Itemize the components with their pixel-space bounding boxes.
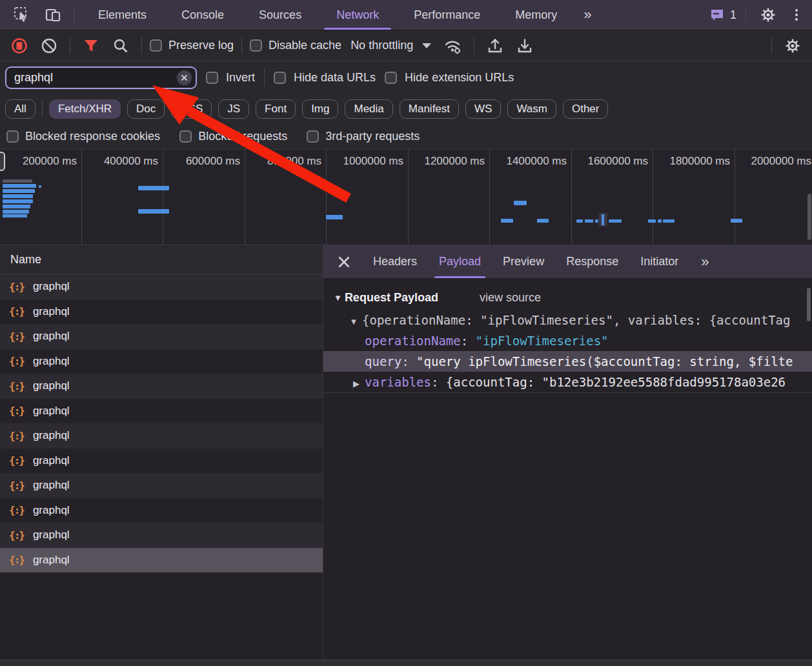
hide-extension-urls-checkbox[interactable] bbox=[385, 72, 397, 84]
type-filter-font[interactable]: Font bbox=[256, 99, 296, 119]
import-har-button[interactable] bbox=[482, 35, 508, 57]
type-filter-fetch-xhr[interactable]: Fetch/XHR bbox=[49, 99, 121, 119]
overview-left-grip[interactable] bbox=[0, 152, 5, 171]
type-filter-manifest[interactable]: Manifest bbox=[400, 99, 459, 119]
request-row[interactable]: {:}graphql bbox=[0, 324, 323, 349]
name-column-label: Name bbox=[10, 253, 41, 267]
timeline-tick-label: 1600000 ms bbox=[572, 155, 648, 168]
type-filter-other[interactable]: Other bbox=[563, 99, 609, 119]
request-row[interactable]: {:}graphql bbox=[0, 299, 323, 325]
timeline-tick-label: 1800000 ms bbox=[654, 155, 730, 168]
clear-filter-button[interactable] bbox=[177, 70, 192, 85]
messages-bubble-icon bbox=[709, 7, 725, 23]
filter-input[interactable] bbox=[6, 71, 196, 85]
timeline-request-bar bbox=[3, 210, 29, 214]
blocked-requests-checkbox[interactable] bbox=[179, 130, 192, 143]
tab-sources[interactable]: Sources bbox=[241, 0, 319, 30]
request-row[interactable]: {:}graphql bbox=[0, 274, 323, 299]
settings-button[interactable] bbox=[755, 4, 781, 26]
payload-property-row[interactable]: ▶variables: {accountTag: "b12e3b2192ee55… bbox=[323, 372, 812, 392]
request-row[interactable]: {:}graphql bbox=[0, 349, 323, 374]
upload-icon bbox=[487, 37, 503, 54]
request-row[interactable]: {:}graphql bbox=[0, 473, 323, 498]
detail-tab-initiator[interactable]: Initiator bbox=[629, 245, 689, 278]
hide-data-urls-checkbox[interactable] bbox=[274, 72, 286, 84]
timeline-tick-label: 1400000 ms bbox=[491, 155, 567, 168]
timeline-gridline bbox=[489, 150, 490, 245]
clear-network-log-button[interactable] bbox=[36, 35, 62, 57]
network-settings-button[interactable] bbox=[780, 35, 806, 57]
request-row[interactable]: {:}graphql bbox=[0, 399, 323, 424]
blocked-response-cookies-checkbox[interactable] bbox=[6, 130, 19, 143]
request-row[interactable]: {:}graphql bbox=[0, 523, 323, 548]
inspect-element-button[interactable] bbox=[9, 4, 35, 26]
devtools-left-icons bbox=[0, 0, 81, 30]
type-filter-all[interactable]: All bbox=[5, 99, 36, 119]
export-har-button[interactable] bbox=[512, 35, 538, 57]
devtools-main-tabbar: ElementsConsoleSourcesNetworkPerformance… bbox=[0, 0, 812, 30]
timeline-request-bar bbox=[595, 219, 598, 223]
request-row[interactable]: {:}graphql bbox=[0, 548, 323, 573]
network-conditions-button[interactable] bbox=[440, 35, 466, 57]
timeline-tick-label: 1200000 ms bbox=[409, 155, 485, 168]
payload-key: variables bbox=[365, 375, 431, 389]
overview-scrollbar[interactable] bbox=[807, 194, 811, 240]
detail-tab-preview[interactable]: Preview bbox=[492, 245, 555, 278]
payload-property-row[interactable]: operationName: "ipFlowTimeseries" bbox=[323, 330, 812, 351]
network-filter-row: Invert Hide data URLs Hide extension URL… bbox=[0, 61, 812, 94]
detail-tab-payload[interactable]: Payload bbox=[428, 245, 492, 278]
triangle-down-icon[interactable]: ▼ bbox=[345, 312, 362, 330]
invert-checkbox[interactable] bbox=[206, 72, 218, 84]
fetch-xhr-icon: {:} bbox=[9, 504, 24, 516]
toggle-device-toolbar-button[interactable] bbox=[40, 4, 66, 26]
timeline-request-bar bbox=[39, 185, 41, 188]
close-detail-button[interactable] bbox=[330, 245, 358, 278]
tab-memory[interactable]: Memory bbox=[498, 0, 574, 30]
divider bbox=[74, 6, 74, 23]
type-filter-img[interactable]: Img bbox=[302, 99, 338, 119]
name-column-header[interactable]: Name bbox=[0, 245, 323, 274]
type-filter-wasm[interactable]: Wasm bbox=[507, 99, 556, 119]
timeline-request-bar bbox=[576, 219, 583, 223]
more-options-button[interactable] bbox=[790, 9, 803, 21]
record-network-log-button[interactable] bbox=[6, 35, 32, 57]
throttling-select[interactable]: No throttling bbox=[345, 39, 436, 52]
tab-console[interactable]: Console bbox=[164, 0, 241, 30]
type-filter-js[interactable]: JS bbox=[218, 99, 249, 119]
timeline-request-bar bbox=[138, 209, 169, 214]
type-filter-ws[interactable]: WS bbox=[465, 99, 501, 119]
disable-cache-checkbox[interactable] bbox=[250, 39, 262, 52]
request-row[interactable]: {:}graphql bbox=[0, 423, 323, 449]
more-panels-button[interactable]: » bbox=[574, 0, 599, 30]
timeline-tick-label: 1000000 ms bbox=[327, 155, 403, 168]
detail-tab-headers[interactable]: Headers bbox=[362, 245, 428, 278]
type-filter-doc[interactable]: Doc bbox=[127, 99, 165, 119]
view-source-link[interactable]: view source bbox=[480, 291, 541, 305]
network-overview-timeline[interactable]: 200000 ms400000 ms600000 ms800000 ms1000… bbox=[0, 150, 812, 245]
more-detail-tabs-button[interactable]: » bbox=[693, 245, 715, 278]
request-row[interactable]: {:}graphql bbox=[0, 374, 323, 399]
fetch-xhr-icon: {:} bbox=[9, 430, 24, 442]
divider bbox=[771, 37, 772, 54]
search-button[interactable] bbox=[108, 35, 134, 57]
fetch-xhr-icon: {:} bbox=[9, 355, 24, 367]
tab-performance[interactable]: Performance bbox=[396, 0, 498, 30]
request-row[interactable]: {:}graphql bbox=[0, 449, 323, 474]
payload-property-row[interactable]: query: "query ipFlowTimeseries($accountT… bbox=[323, 351, 812, 372]
payload-preview-row[interactable]: ▼{operationName: "ipFlowTimeseries", var… bbox=[323, 310, 812, 330]
type-filter-css[interactable]: CSS bbox=[171, 99, 212, 119]
issues-counter[interactable]: 1 bbox=[709, 7, 736, 23]
triangle-right-icon[interactable]: ▶ bbox=[348, 374, 365, 392]
preserve-log-checkbox[interactable] bbox=[150, 39, 162, 52]
3rd-party-requests-checkbox[interactable] bbox=[307, 130, 319, 143]
detail-tab-response[interactable]: Response bbox=[555, 245, 629, 278]
payload-key: query bbox=[365, 354, 401, 368]
tab-network[interactable]: Network bbox=[319, 0, 396, 30]
chevron-double-right-icon: » bbox=[701, 254, 707, 270]
type-filter-media[interactable]: Media bbox=[345, 99, 392, 119]
detail-scrollbar[interactable] bbox=[807, 288, 811, 321]
request-payload-section[interactable]: ▼ Request Payload view source bbox=[323, 285, 812, 310]
tab-elements[interactable]: Elements bbox=[81, 0, 164, 30]
filter-toggle-button[interactable] bbox=[78, 35, 104, 57]
request-row[interactable]: {:}graphql bbox=[0, 498, 323, 523]
